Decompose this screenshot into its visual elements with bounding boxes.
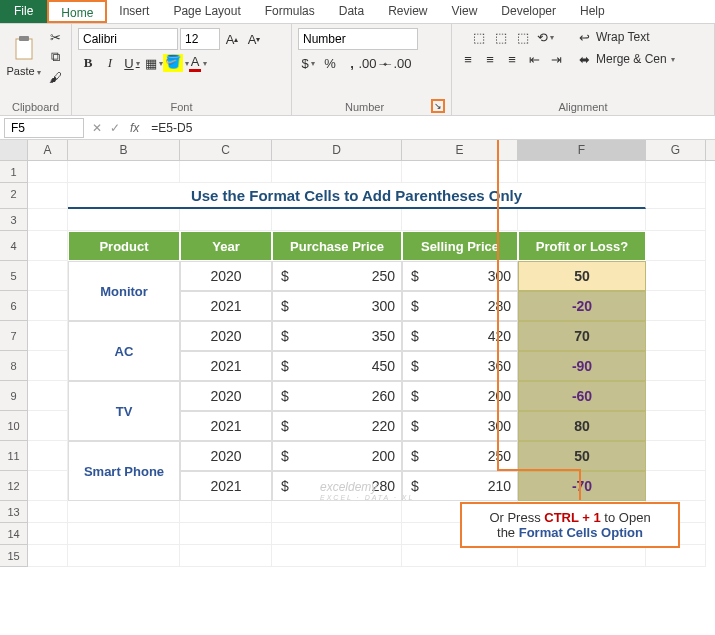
row-header[interactable]: 10 [0, 411, 28, 441]
cell[interactable] [68, 209, 180, 231]
cell[interactable] [402, 545, 518, 567]
copy-button[interactable]: ⧉ [45, 48, 65, 66]
tab-help[interactable]: Help [568, 0, 617, 23]
purchase-price-cell[interactable]: $300 [272, 291, 402, 321]
cell[interactable] [272, 209, 402, 231]
selling-price-cell[interactable]: $300 [402, 261, 518, 291]
selling-price-cell[interactable]: $250 [402, 441, 518, 471]
increase-indent-button[interactable]: ⇥ [546, 50, 566, 68]
tab-file[interactable]: File [0, 0, 47, 23]
year-cell[interactable]: 2021 [180, 291, 272, 321]
cell[interactable] [180, 501, 272, 523]
table-header[interactable]: Product [68, 231, 180, 261]
selling-price-cell[interactable]: $420 [402, 321, 518, 351]
tab-formulas[interactable]: Formulas [253, 0, 327, 23]
profit-loss-cell[interactable]: -70 [518, 471, 646, 501]
table-header[interactable]: Purchase Price [272, 231, 402, 261]
number-format-select[interactable] [298, 28, 418, 50]
cell[interactable] [272, 545, 402, 567]
col-header-c[interactable]: C [180, 140, 272, 160]
cell[interactable] [28, 381, 68, 411]
align-bottom-button[interactable]: ⬚ [513, 28, 533, 46]
row-header[interactable]: 11 [0, 441, 28, 471]
profit-loss-cell[interactable]: 50 [518, 441, 646, 471]
cell[interactable] [28, 523, 68, 545]
cell[interactable] [646, 441, 706, 471]
font-color-button[interactable]: A [188, 54, 208, 72]
italic-button[interactable]: I [100, 54, 120, 72]
purchase-price-cell[interactable]: $250 [272, 261, 402, 291]
worksheet-grid[interactable]: A B C D E F G 12Use the Format Cells to … [0, 140, 715, 567]
cell[interactable] [180, 161, 272, 183]
decrease-font-button[interactable]: A▾ [244, 30, 264, 48]
cell[interactable] [28, 351, 68, 381]
cell[interactable] [272, 501, 402, 523]
cell[interactable] [272, 523, 402, 545]
purchase-price-cell[interactable]: $220 [272, 411, 402, 441]
cell[interactable] [518, 161, 646, 183]
tab-view[interactable]: View [440, 0, 490, 23]
tab-data[interactable]: Data [327, 0, 376, 23]
year-cell[interactable]: 2021 [180, 351, 272, 381]
align-top-button[interactable]: ⬚ [469, 28, 489, 46]
paste-button[interactable]: Paste [6, 28, 41, 84]
product-cell[interactable]: TV [68, 381, 180, 441]
profit-loss-cell[interactable]: -60 [518, 381, 646, 411]
profit-loss-cell[interactable]: 80 [518, 411, 646, 441]
year-cell[interactable]: 2020 [180, 381, 272, 411]
cell[interactable] [28, 545, 68, 567]
year-cell[interactable]: 2020 [180, 441, 272, 471]
tab-insert[interactable]: Insert [107, 0, 161, 23]
table-title[interactable]: Use the Format Cells to Add Parentheses … [68, 183, 646, 209]
selling-price-cell[interactable]: $200 [402, 381, 518, 411]
row-header[interactable]: 4 [0, 231, 28, 261]
font-name-select[interactable] [78, 28, 178, 50]
cell[interactable] [646, 321, 706, 351]
select-all-corner[interactable] [0, 140, 28, 160]
tab-developer[interactable]: Developer [489, 0, 568, 23]
cell[interactable] [402, 209, 518, 231]
tab-page-layout[interactable]: Page Layout [161, 0, 252, 23]
row-header[interactable]: 6 [0, 291, 28, 321]
row-header[interactable]: 8 [0, 351, 28, 381]
selling-price-cell[interactable]: $280 [402, 291, 518, 321]
purchase-price-cell[interactable]: $260 [272, 381, 402, 411]
row-header[interactable]: 14 [0, 523, 28, 545]
table-header[interactable]: Profit or Loss? [518, 231, 646, 261]
cell[interactable] [646, 261, 706, 291]
cell[interactable] [518, 545, 646, 567]
cell[interactable] [28, 441, 68, 471]
align-middle-button[interactable]: ⬚ [491, 28, 511, 46]
row-header[interactable]: 7 [0, 321, 28, 351]
border-button[interactable]: ▦ [144, 54, 164, 72]
cell[interactable] [272, 161, 402, 183]
cell[interactable] [28, 231, 68, 261]
selling-price-cell[interactable]: $360 [402, 351, 518, 381]
profit-loss-cell[interactable]: -20 [518, 291, 646, 321]
row-header[interactable]: 12 [0, 471, 28, 501]
align-right-button[interactable]: ≡ [502, 50, 522, 68]
selling-price-cell[interactable]: $300 [402, 411, 518, 441]
cell[interactable] [646, 291, 706, 321]
formula-input[interactable]: =E5-D5 [145, 119, 715, 137]
cell[interactable] [646, 161, 706, 183]
cell[interactable] [646, 411, 706, 441]
cell[interactable] [180, 523, 272, 545]
cell[interactable] [68, 523, 180, 545]
cell[interactable] [28, 261, 68, 291]
cell[interactable] [28, 209, 68, 231]
increase-font-button[interactable]: A▴ [222, 30, 242, 48]
table-header[interactable]: Selling Price [402, 231, 518, 261]
orientation-button[interactable]: ⟲ [535, 28, 555, 46]
cell[interactable] [28, 471, 68, 501]
cell[interactable] [402, 161, 518, 183]
row-header[interactable]: 2 [0, 183, 28, 209]
decrease-indent-button[interactable]: ⇤ [524, 50, 544, 68]
year-cell[interactable]: 2021 [180, 471, 272, 501]
cell[interactable] [646, 351, 706, 381]
cell[interactable] [646, 545, 706, 567]
row-header[interactable]: 15 [0, 545, 28, 567]
year-cell[interactable]: 2020 [180, 261, 272, 291]
cell[interactable] [68, 545, 180, 567]
cell[interactable] [646, 471, 706, 501]
